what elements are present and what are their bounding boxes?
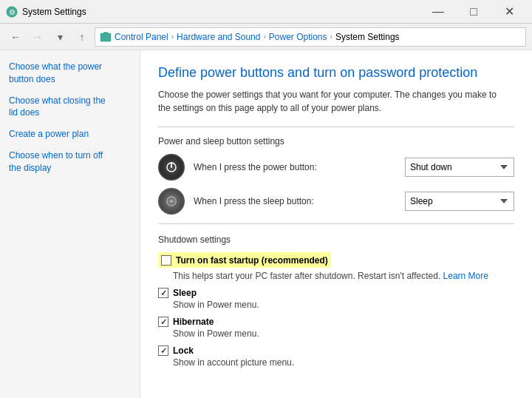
breadcrumb-sep-2: › (263, 33, 265, 41)
learn-more-link[interactable]: Learn More (443, 271, 488, 281)
power-button-icon (158, 154, 185, 181)
breadcrumb-power-options[interactable]: Power Options (269, 32, 327, 42)
lock-checkbox[interactable] (158, 345, 168, 356)
page-title: Define power buttons and turn on passwor… (158, 65, 514, 81)
power-button-row: When I press the power button: Shut down… (158, 154, 514, 181)
sidebar-item-power-button[interactable]: Choose what the power button does (0, 56, 140, 90)
maximize-button[interactable]: □ (457, 1, 491, 22)
breadcrumb-sep-1: › (171, 33, 174, 41)
back-button[interactable]: ← (6, 27, 25, 47)
sidebar: Choose what the power button does Choose… (0, 50, 140, 398)
shutdown-section: Shutdown settings Turn on fast startup (… (158, 235, 514, 368)
sidebar-item-lid[interactable]: Choose what closing the lid does (0, 90, 140, 124)
fast-startup-row: Turn on fast startup (recommended) (158, 252, 514, 268)
breadcrumb-system-settings: System Settings (335, 32, 400, 42)
up-button[interactable]: ↑ (72, 27, 92, 47)
title-bar: ⚙ System Settings — □ ✕ (0, 0, 532, 24)
breadcrumb-hardware-sound[interactable]: Hardware and Sound (177, 32, 260, 42)
sidebar-item-display[interactable]: Choose when to turn off the display (0, 145, 140, 179)
breadcrumb: Control Panel › Hardware and Sound › Pow… (95, 27, 526, 47)
sleep-button-dropdown[interactable]: Sleep Hibernate Shut down Do nothing (405, 192, 514, 211)
fast-startup-checkbox[interactable] (161, 255, 171, 266)
lock-subtext: Show in account picture menu. (173, 357, 514, 368)
minimize-button[interactable]: — (421, 1, 455, 22)
sidebar-item-create-plan[interactable]: Create a power plan (0, 124, 140, 145)
hibernate-checkbox[interactable] (158, 317, 168, 327)
sleep-subtext: Show in Power menu. (173, 300, 514, 310)
divider-1 (158, 127, 514, 127)
svg-rect-2 (100, 33, 111, 41)
power-button-dropdown[interactable]: Shut down Sleep Hibernate Turn off the d… (405, 158, 514, 177)
fast-startup-highlight: Turn on fast startup (recommended) (158, 252, 331, 268)
window-controls: — □ ✕ (421, 1, 526, 22)
sleep-label: Sleep (173, 288, 197, 298)
app-icon: ⚙ (6, 6, 18, 18)
sleep-checkbox[interactable] (158, 288, 168, 298)
breadcrumb-icon (100, 31, 112, 43)
sleep-checkbox-row: Sleep (158, 287, 514, 298)
dropdown-button[interactable]: ▾ (50, 27, 69, 47)
window-title: System Settings (22, 7, 86, 17)
page-description: Choose the power settings that you want … (158, 88, 498, 115)
sleep-button-icon (158, 188, 185, 215)
content-area: Choose what the power button does Choose… (0, 50, 532, 398)
breadcrumb-sep-3: › (330, 33, 332, 41)
shutdown-section-label: Shutdown settings (158, 235, 514, 245)
nav-bar: ← → ▾ ↑ Control Panel › Hardware and Sou… (0, 24, 532, 50)
svg-text:⚙: ⚙ (9, 8, 16, 16)
forward-button[interactable]: → (28, 27, 47, 47)
fast-startup-subtext: This helps start your PC faster after sh… (173, 271, 514, 281)
svg-rect-3 (103, 32, 108, 33)
power-sleep-section-label: Power and sleep button settings (158, 136, 514, 146)
hibernate-checkbox-row: Hibernate (158, 316, 514, 327)
sleep-button-label: When I press the sleep button: (194, 196, 396, 206)
power-button-label: When I press the power button: (194, 162, 396, 172)
fast-startup-label: Turn on fast startup (recommended) (176, 255, 328, 266)
main-content: Define power buttons and turn on passwor… (140, 50, 532, 398)
close-button[interactable]: ✕ (492, 1, 526, 22)
hibernate-subtext: Show in Power menu. (173, 328, 514, 339)
sleep-button-row: When I press the sleep button: Sleep Hib… (158, 188, 514, 215)
breadcrumb-control-panel[interactable]: Control Panel (115, 32, 168, 42)
hibernate-label: Hibernate (173, 317, 214, 327)
divider-2 (158, 223, 514, 224)
lock-checkbox-row: Lock (158, 345, 514, 356)
lock-label: Lock (173, 345, 194, 356)
